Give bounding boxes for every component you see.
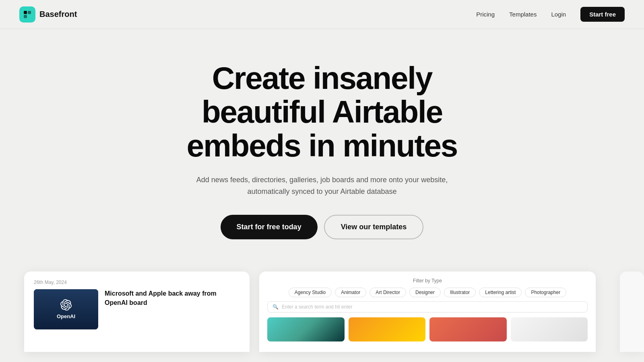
- brand-name: Basefront: [39, 10, 77, 19]
- nav-start-free-button[interactable]: Start free: [580, 7, 625, 22]
- directory-thumb-2: [349, 317, 426, 341]
- directory-thumb-4: [511, 317, 588, 341]
- nav-login[interactable]: Login: [551, 11, 566, 18]
- news-content: Microsoft and Apple back away from OpenA…: [105, 289, 240, 307]
- openai-text: OpenAI: [57, 313, 75, 319]
- news-date: 26th May, 2024: [34, 280, 240, 285]
- hero-subtitle: Add news feeds, directories, galleries, …: [189, 174, 455, 197]
- hero-buttons: Start for free today View our templates: [221, 215, 424, 239]
- news-preview-card: 26th May, 2024 OpenAI Microsoft and Appl…: [24, 272, 250, 352]
- hero-title: Create insanely beautiful Airtable embed…: [187, 61, 458, 163]
- cta-start-free-button[interactable]: Start for free today: [221, 215, 318, 239]
- preview-section: 26th May, 2024 OpenAI Microsoft and Appl…: [0, 272, 644, 352]
- tag-lettering-artist[interactable]: Lettering artist: [479, 288, 522, 297]
- preview-far-right-card: [620, 272, 644, 352]
- tag-designer[interactable]: Designer: [409, 288, 441, 297]
- directory-thumb-3: [429, 317, 507, 341]
- news-thumbnail: OpenAI: [34, 289, 98, 329]
- cta-templates-button[interactable]: View our templates: [324, 215, 424, 239]
- search-placeholder-text: Enter a search term and hit enter: [282, 304, 352, 310]
- svg-rect-1: [24, 15, 27, 18]
- tag-animator[interactable]: Animator: [335, 288, 366, 297]
- tag-photographer[interactable]: Photographer: [525, 288, 566, 297]
- logo-area[interactable]: Basefront: [19, 6, 77, 23]
- search-icon: 🔍: [272, 304, 279, 310]
- news-title: Microsoft and Apple back away from OpenA…: [105, 289, 240, 307]
- openai-logo: OpenAI: [57, 299, 75, 319]
- filter-label: Filter by Type: [267, 278, 588, 284]
- directory-thumb-row: [267, 317, 588, 341]
- directory-thumb-1: [267, 317, 345, 341]
- nav-templates[interactable]: Templates: [509, 11, 537, 18]
- svg-rect-0: [24, 11, 27, 14]
- nav-pricing[interactable]: Pricing: [476, 11, 495, 18]
- svg-rect-2: [28, 11, 31, 14]
- news-item: OpenAI Microsoft and Apple back away fro…: [34, 289, 240, 329]
- logo-icon: [19, 6, 35, 23]
- tag-agency-studio[interactable]: Agency Studio: [289, 288, 332, 297]
- tag-illustrator[interactable]: Illustrator: [444, 288, 476, 297]
- filter-tags: Agency Studio Animator Art Director Desi…: [267, 288, 588, 297]
- directory-search-bar[interactable]: 🔍 Enter a search term and hit enter: [267, 301, 588, 313]
- hero-section: Create insanely beautiful Airtable embed…: [0, 29, 644, 263]
- header: Basefront Pricing Templates Login Start …: [0, 0, 644, 29]
- tag-art-director[interactable]: Art Director: [369, 288, 406, 297]
- main-nav: Pricing Templates Login Start free: [476, 7, 625, 22]
- directory-preview-card: Filter by Type Agency Studio Animator Ar…: [259, 272, 596, 352]
